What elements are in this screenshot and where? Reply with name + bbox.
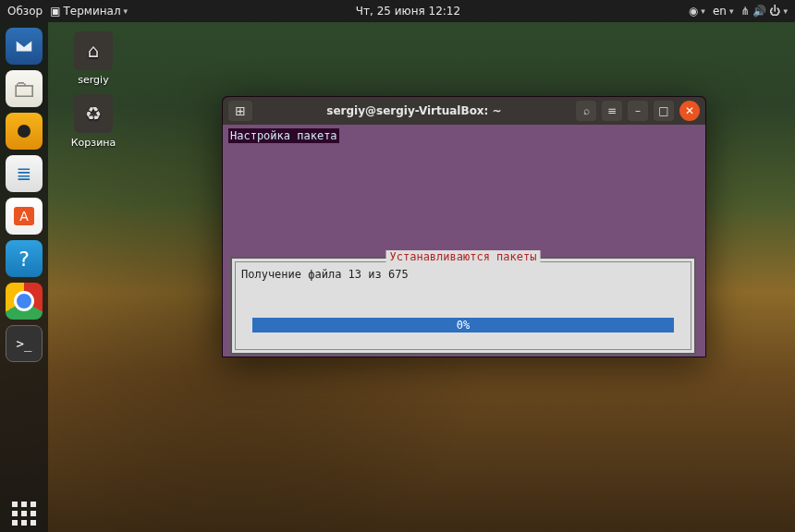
dock-chrome[interactable] [6,283,43,320]
top-bar: Обзор ▣ Терминал ▾ Чт, 25 июня 12:12 ◉ ▾… [0,0,795,22]
desktop-icon-trash[interactable]: ♻ Корзина [61,94,126,149]
volume-icon: 🔊 [752,5,766,18]
minimize-button[interactable]: – [628,101,648,121]
package-status-line: Получение файла 13 из 675 [241,268,409,281]
dock-writer[interactable]: ≣ [6,155,43,192]
chevron-down-icon: ▾ [729,6,734,16]
search-button[interactable]: ⌕ [576,101,596,121]
close-icon: ✕ [685,104,694,117]
lang-label: en [713,5,727,18]
system-menu[interactable]: ⋔ 🔊 ⏻ ▾ [740,5,788,18]
dock-thunderbird[interactable] [6,28,43,65]
chevron-down-icon: ▾ [701,6,705,16]
window-titlebar[interactable]: ⊞ sergiy@sergiy-VirtualBox: ~ ⌕ ≡ – □ ✕ [223,97,705,125]
new-tab-button[interactable]: ⊞ [228,101,252,121]
dock-files[interactable]: 🗀 [6,70,43,107]
terminal-window: ⊞ sergiy@sergiy-VirtualBox: ~ ⌕ ≡ – □ ✕ … [222,96,706,357]
terminal-icon: ▣ [50,5,60,18]
trash-icon: ♻ [74,94,113,133]
show-applications-button[interactable] [6,495,43,532]
activities-button[interactable]: Обзор [7,5,43,18]
dock-software[interactable]: A [6,198,43,235]
dock-rhythmbox[interactable] [6,113,43,150]
clock[interactable]: Чт, 25 июня 12:12 [128,5,689,18]
close-button[interactable]: ✕ [679,101,700,121]
app-menu-label: Терминал [64,5,121,18]
a11y-menu[interactable]: ◉ ▾ [689,5,705,18]
window-title: sergiy@sergiy-VirtualBox: ~ [258,104,570,117]
package-dialog-title: Устанавливаются пакеты [386,250,541,263]
lang-menu[interactable]: en ▾ [713,5,734,18]
dock: 🗀 ≣ A ? >_ [0,22,48,532]
power-icon: ⏻ [769,5,780,18]
accessibility-icon: ◉ [689,5,698,18]
config-header-text: Настройка пакета [228,128,339,143]
search-icon: ⌕ [583,104,590,117]
network-icon: ⋔ [740,5,750,18]
chevron-down-icon: ▾ [783,6,788,16]
terminal-viewport[interactable]: Настройка пакета Устанавливаются пакеты … [223,125,705,357]
desktop-icon-label: Корзина [61,137,126,149]
dock-terminal[interactable]: >_ [6,325,43,362]
maximize-button[interactable]: □ [654,101,674,121]
desktop-icon-home[interactable]: ⌂ sergiy [61,31,126,86]
menu-button[interactable]: ≡ [602,101,622,121]
app-menu-button[interactable]: ▣ Терминал ▾ [50,5,128,18]
desktop-icon-label: sergiy [61,74,126,86]
hamburger-icon: ≡ [607,104,617,117]
desktop[interactable]: ⌂ sergiy ♻ Корзина ⊞ sergiy@sergiy-Virtu… [48,22,795,532]
chevron-down-icon: ▾ [124,6,128,16]
home-icon: ⌂ [74,31,113,70]
dock-help[interactable]: ? [6,240,43,277]
progress-percent: 0% [232,318,694,332]
package-dialog: Устанавливаются пакеты Получение файла 1… [230,257,696,355]
